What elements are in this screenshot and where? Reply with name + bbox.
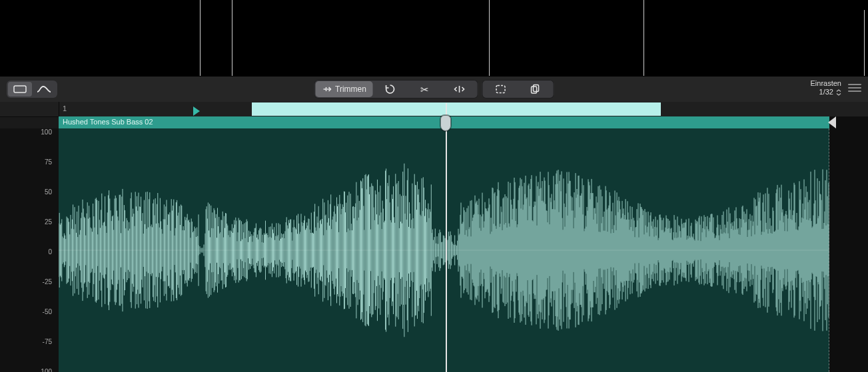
right-tool-group: Einrasten 1/32 xyxy=(811,79,861,96)
center-tool-group: Trimmen ✂ xyxy=(314,80,554,98)
trim-mode-button[interactable]: Trimmen xyxy=(315,81,373,97)
copy-button[interactable] xyxy=(518,81,553,97)
slip-icon xyxy=(454,85,466,94)
region-view-icon xyxy=(13,85,27,94)
amplitude-tick: -25 xyxy=(25,278,52,285)
snap-block[interactable]: Einrasten 1/32 xyxy=(811,79,841,96)
amplitude-gutter: 1007550250-25-50-75-100 xyxy=(0,128,59,372)
amplitude-tick: 50 xyxy=(25,188,52,196)
snap-value-dropdown[interactable]: 1/32 xyxy=(819,88,841,96)
audio-editor-panel: Trimmen ✂ xyxy=(0,77,868,372)
edit-mode-segmented[interactable]: Trimmen ✂ xyxy=(314,80,478,98)
panel-drag-grip[interactable] xyxy=(848,83,861,93)
trim-icon xyxy=(322,85,331,94)
callout-line xyxy=(489,0,490,80)
loop-mode-button[interactable] xyxy=(373,81,408,97)
snap-value-text: 1/32 xyxy=(819,88,833,96)
amplitude-tick: 100 xyxy=(25,128,52,136)
amplitude-tick: 25 xyxy=(25,218,52,226)
callout-line xyxy=(644,0,644,80)
loop-icon xyxy=(385,84,396,94)
right-dead-space xyxy=(829,116,868,372)
scissors-icon: ✂ xyxy=(420,85,429,94)
copy-icon xyxy=(530,84,541,94)
svg-rect-3 xyxy=(534,85,539,92)
amplitude-tick: -75 xyxy=(25,338,52,345)
view-mode-flex-button[interactable] xyxy=(32,82,56,96)
updown-icon xyxy=(836,89,841,96)
svg-rect-0 xyxy=(14,86,26,93)
playhead-handle[interactable] xyxy=(440,115,451,131)
svg-rect-1 xyxy=(496,86,505,93)
view-mode-region-button[interactable] xyxy=(8,82,32,96)
flex-curve-icon xyxy=(37,85,51,94)
editor-root: Trimmen ✂ xyxy=(0,0,868,372)
region-end-marker[interactable] xyxy=(828,116,836,128)
slip-button[interactable] xyxy=(442,81,477,97)
view-mode-segmented[interactable] xyxy=(7,81,57,98)
clipboard-segmented[interactable] xyxy=(482,80,554,98)
toolbar: Trimmen ✂ xyxy=(0,77,868,102)
amplitude-tick: -50 xyxy=(25,308,52,315)
waveform-area[interactable] xyxy=(59,128,829,372)
region-start-marker[interactable] xyxy=(193,106,200,116)
svg-rect-2 xyxy=(532,87,537,93)
trim-mode-label: Trimmen xyxy=(335,85,366,94)
marquee-icon xyxy=(496,85,506,94)
ruler-gutter xyxy=(0,102,59,116)
marquee-button[interactable] xyxy=(484,81,518,97)
snap-title: Einrasten xyxy=(811,79,841,88)
amplitude-tick: 0 xyxy=(25,248,52,256)
cycle-range[interactable] xyxy=(252,102,661,116)
clip-name-label: Hushed Tones Sub Bass 02 xyxy=(63,118,153,126)
amplitude-tick: -100 xyxy=(25,368,52,372)
waveform-canvas xyxy=(59,128,829,372)
scissors-button[interactable]: ✂ xyxy=(408,81,442,97)
amplitude-tick: 75 xyxy=(25,158,52,166)
ruler-marker: 1 xyxy=(63,104,67,112)
